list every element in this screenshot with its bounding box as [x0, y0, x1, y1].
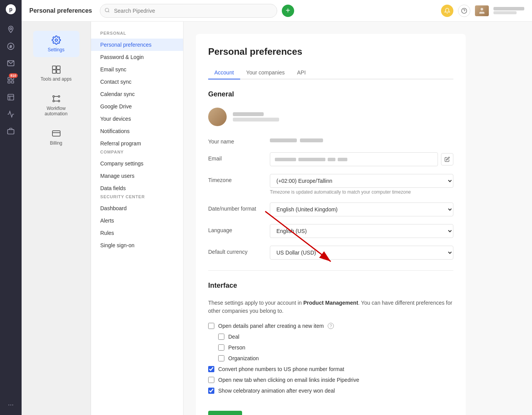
nav-contact-sync[interactable]: Contact sync [91, 76, 183, 88]
personal-section-label: PERSONAL [91, 31, 183, 35]
nav-referral-program[interactable]: Referral program [91, 137, 183, 150]
checkbox-open-details[interactable] [208, 323, 214, 329]
middle-navigation: PERSONAL Personal preferences Password &… [91, 22, 184, 415]
section-divider [208, 270, 453, 271]
user-name-block [493, 7, 524, 14]
svg-point-2 [10, 28, 12, 30]
nav-dashboard[interactable]: Dashboard [91, 202, 183, 214]
profile-row [208, 108, 453, 126]
page-title: Personal preferences [208, 46, 453, 57]
tab-api[interactable]: API [291, 66, 312, 79]
svg-point-27 [58, 100, 60, 102]
nav-notifications[interactable]: Notifications [91, 125, 183, 137]
email-field-display [270, 152, 438, 166]
company-section: COMPANY Company settings Manage users Da… [91, 150, 183, 194]
timezone-select[interactable]: (+02:00) Europe/Tallinn [270, 174, 453, 188]
nav-data-fields[interactable]: Data fields [91, 182, 183, 194]
checkbox-person[interactable] [218, 344, 224, 351]
tab-your-companies[interactable]: Your companies [240, 66, 291, 79]
email-blur-4 [338, 158, 347, 161]
notifications-icon-btn[interactable] [441, 5, 453, 17]
checkbox-person-row: Person [218, 344, 453, 351]
nav-email-sync[interactable]: Email sync [91, 63, 183, 76]
settings-nav-item-workflow[interactable]: Workflow automation [33, 89, 79, 121]
header-right-actions [441, 5, 524, 17]
date-format-label: Date/number format [208, 202, 270, 212]
nav-password-login[interactable]: Password & Login [91, 51, 183, 63]
sub-checkboxes-group: Deal Person Organization [218, 334, 453, 361]
nav-item-trends[interactable] [3, 106, 19, 122]
email-edit-button[interactable] [441, 153, 453, 165]
settings-nav-item-settings[interactable]: Settings [33, 31, 79, 57]
checkbox-organization[interactable] [218, 355, 224, 361]
svg-point-14 [105, 8, 109, 12]
checkbox-open-tab-row: Open new tab when clicking on email link… [208, 377, 453, 383]
nav-personal-preferences[interactable]: Personal preferences [91, 39, 183, 51]
help-icon-btn[interactable] [458, 5, 470, 17]
language-value: English (US) [270, 224, 453, 238]
email-blur-3 [328, 158, 335, 161]
svg-point-18 [481, 8, 483, 10]
nav-manage-users[interactable]: Manage users [91, 170, 183, 182]
settings-item-label: Settings [48, 47, 64, 52]
checkbox-convert-phone[interactable] [208, 366, 214, 372]
save-button[interactable]: Save [208, 411, 242, 415]
content-wrapper: Personal preferences Account Your compan… [196, 34, 520, 415]
svg-rect-8 [8, 81, 10, 83]
nav-company-settings[interactable]: Company settings [91, 157, 183, 170]
svg-line-15 [108, 11, 109, 12]
add-button[interactable]: + [282, 5, 294, 17]
settings-nav-item-billing[interactable]: Billing [33, 124, 79, 150]
nav-your-devices[interactable]: Your devices [91, 113, 183, 125]
user-name-blur [493, 7, 524, 10]
language-label: Language [208, 224, 270, 233]
nav-item-email[interactable] [3, 56, 19, 71]
nav-item-reports[interactable] [3, 89, 19, 105]
nav-google-drive[interactable]: Google Drive [91, 100, 183, 113]
svg-rect-22 [52, 70, 56, 73]
currency-select[interactable]: US Dollar (USD) [270, 246, 453, 260]
checkbox-open-tab[interactable] [208, 377, 214, 383]
tabs-bar: Account Your companies API [208, 66, 453, 79]
language-select[interactable]: English (US) [270, 224, 453, 238]
nav-item-location[interactable] [3, 22, 19, 37]
settings-nav-item-tools[interactable]: Tools and apps [33, 60, 79, 86]
date-format-select[interactable]: English (United Kingdom) [270, 202, 453, 216]
nav-rules[interactable]: Rules [91, 227, 183, 239]
interface-desc-prefix: These settings apply to your account in [208, 300, 303, 306]
save-section: Save [208, 403, 453, 415]
checkbox-celebratory-label: Show celebratory animation after every w… [218, 388, 335, 394]
user-avatar[interactable] [475, 5, 489, 16]
checkbox-celebratory[interactable] [208, 388, 214, 394]
interface-company-name: Product Management [303, 300, 358, 306]
checkbox-organization-label: Organization [228, 355, 259, 361]
nav-single-sign-on[interactable]: Single sign-on [91, 239, 183, 251]
nav-calendar-sync[interactable]: Calendar sync [91, 88, 183, 100]
email-blur-1 [275, 158, 296, 161]
tab-account[interactable]: Account [208, 66, 240, 79]
main-content: Personal preferences Account Your compan… [184, 22, 532, 415]
nav-alerts[interactable]: Alerts [91, 214, 183, 227]
checkbox-deal[interactable] [218, 334, 224, 340]
workflow-item-label: Workflow automation [38, 106, 75, 116]
svg-point-25 [58, 96, 60, 97]
email-row: Email [208, 152, 453, 166]
currency-row: Default currency US Dollar (USD) [208, 246, 453, 260]
name-blur-1 [270, 138, 297, 142]
name-blur-2 [300, 138, 323, 142]
nav-item-workflow[interactable]: 810 [3, 73, 19, 88]
currency-label: Default currency [208, 246, 270, 255]
checkbox-deal-label: Deal [228, 334, 239, 340]
email-blur-2 [298, 158, 325, 161]
svg-rect-13 [8, 130, 14, 134]
profile-blur-2 [233, 118, 279, 121]
nav-more-dots[interactable]: ··· [8, 401, 13, 409]
workflow-badge: 810 [9, 73, 18, 78]
svg-point-19 [55, 39, 57, 41]
nav-item-briefcase[interactable] [3, 123, 19, 139]
nav-item-dollar[interactable] [3, 39, 19, 54]
help-icon[interactable]: ? [328, 323, 334, 329]
search-input[interactable] [100, 4, 277, 18]
page-header-title: Personal preferences [29, 7, 92, 14]
checkbox-convert-phone-row: Convert phone numbers to US phone number… [208, 366, 453, 372]
